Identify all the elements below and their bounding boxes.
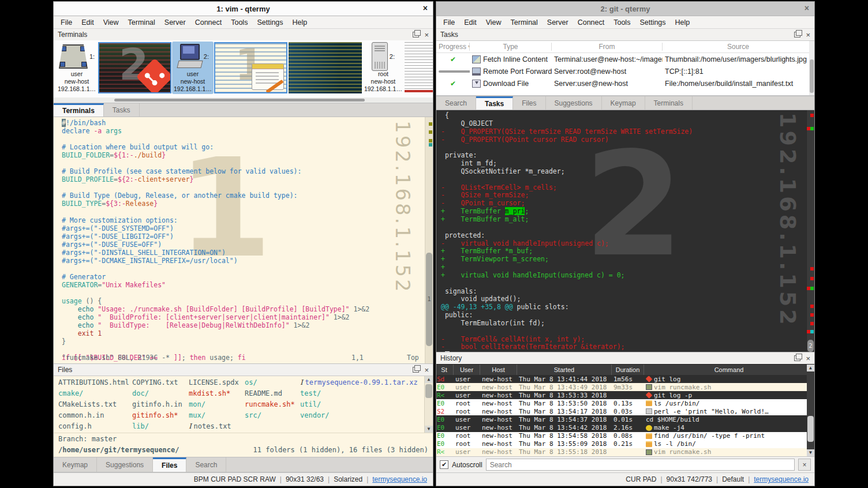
file-item[interactable]: src/ (245, 410, 295, 421)
column-header-st[interactable]: St (436, 365, 454, 375)
column-header-started[interactable]: Started (517, 365, 612, 375)
column-header-command[interactable]: Command (644, 365, 814, 375)
terminal-scrollbar[interactable]: 2 (806, 110, 814, 352)
close-icon[interactable]: × (423, 3, 428, 13)
close-panel-icon[interactable]: × (806, 31, 810, 39)
tab-keymap[interactable]: Keymap (602, 96, 645, 110)
history-row[interactable]: E0usernew-hostThu Mar 8 13:54:37 20180.0… (436, 415, 814, 423)
clear-search-icon[interactable]: × (798, 459, 811, 471)
tab-search[interactable]: Search (186, 457, 226, 472)
file-item[interactable]: gitinfo.h.in (132, 399, 182, 410)
editor-scrollbar[interactable]: 1 (425, 117, 433, 363)
menu-edit[interactable]: Edit (459, 17, 481, 28)
server-item-root[interactable]: 2:rootnew-host192.168.1.1… (362, 42, 404, 94)
scrollbar-annotation-mark[interactable] (810, 267, 814, 271)
file-item[interactable]: doc/ (132, 388, 182, 399)
column-header-host[interactable]: Host (480, 365, 517, 375)
terminal-thumbnail-white[interactable] (405, 42, 433, 93)
tasks-scrollbar[interactable] (809, 41, 814, 95)
scrollbar-thumb[interactable]: 1 (426, 253, 432, 346)
tab-tasks[interactable]: Tasks (104, 103, 140, 117)
file-item[interactable]: os/ (245, 377, 295, 388)
float-panel-icon[interactable] (794, 32, 800, 37)
task-row[interactable]: Remote Port ForwardingServer:root@new-ho… (436, 65, 814, 77)
tab-terminals[interactable]: Terminals (645, 96, 693, 110)
scrollbar-annotation-mark[interactable] (429, 122, 432, 126)
menu-view[interactable]: View (481, 17, 506, 28)
history-row[interactable]: R<usernew-hostThu Mar 8 13:53:33 2018git… (436, 391, 814, 399)
tab-tasks[interactable]: Tasks (476, 96, 513, 110)
scrollbar-annotation-mark[interactable] (807, 330, 814, 333)
history-row[interactable]: E0rootnew-hostThu Mar 8 13:54:58 20180.0… (436, 432, 814, 440)
scrollbar-annotation-mark[interactable] (810, 322, 814, 325)
tab-terminals[interactable]: Terminals (54, 103, 104, 117)
menu-edit[interactable]: Edit (77, 17, 99, 28)
scroll-up-icon[interactable]: ▲ (807, 365, 814, 371)
file-item[interactable]: cmake/ (58, 388, 129, 399)
scrollbar-annotation-mark[interactable] (807, 127, 814, 130)
history-row[interactable]: E0rootnew-hostThu Mar 8 13:53:50 20180.1… (436, 399, 814, 407)
scrollbar-annotation-mark[interactable] (429, 143, 432, 147)
file-item[interactable]: util/ (300, 399, 418, 410)
title-bar[interactable]: 1: vim - qtermy × (54, 2, 433, 16)
file-item[interactable]: runcmake.sh* (245, 399, 295, 410)
scrollbar-annotation-mark[interactable] (810, 305, 814, 308)
menu-help[interactable]: Help (671, 17, 695, 28)
tab-files[interactable]: Files (513, 96, 545, 110)
column-header-progress[interactable]: Progress ▾ (436, 43, 470, 51)
file-item[interactable]: ATTRIBUTIONS.html (58, 377, 129, 388)
menu-settings[interactable]: Settings (252, 17, 287, 28)
title-bar[interactable]: 2: git - qtermy × (436, 2, 814, 16)
float-panel-icon[interactable] (413, 32, 419, 37)
menu-file[interactable]: File (56, 17, 77, 28)
file-item[interactable]: CMakeLists.txt (58, 399, 129, 410)
file-item[interactable]: COPYING.txt (132, 377, 182, 388)
vim-terminal-pane[interactable]: 1 192.168.1.152 #!/bin/bashdeclare -a ar… (54, 117, 433, 363)
scrollbar-thumb[interactable] (425, 384, 432, 398)
autoscroll-checkbox[interactable]: ✔ (440, 460, 448, 469)
float-panel-icon[interactable] (794, 355, 800, 361)
close-icon[interactable]: × (805, 3, 809, 13)
file-item[interactable]: test/ (300, 388, 418, 399)
terminal-thumbnail-teal[interactable] (289, 42, 362, 93)
history-row[interactable]: E0usernew-hostThu Mar 8 13:54:42 20182.1… (436, 424, 814, 432)
scrollbar-annotation-mark[interactable] (807, 287, 814, 290)
menu-view[interactable]: View (99, 17, 124, 28)
task-row[interactable]: ✔Download FileServer:user@new-hostFile:/… (436, 77, 814, 89)
file-item[interactable]: config.h (58, 421, 129, 432)
file-item[interactable]: gitinfo.sh* (132, 410, 182, 421)
server-item-user[interactable]: 2:usernew-host192.168.1.1… (172, 42, 214, 94)
menu-file[interactable]: File (439, 17, 459, 28)
terminal-thumbnail-gitdark[interactable]: 2 (98, 42, 171, 93)
menu-server[interactable]: Server (542, 17, 573, 28)
scrollbar-annotation-mark[interactable] (429, 139, 432, 142)
file-item[interactable]: mon/ (189, 399, 239, 410)
file-item[interactable]: README.md (245, 388, 295, 399)
column-header-source[interactable]: Source (663, 43, 814, 51)
file-item[interactable]: mkdist.sh* (189, 388, 239, 399)
file-item[interactable]: lib/ (132, 421, 182, 432)
history-row[interactable]: Sdusernew-hostThu Mar 8 13:41:44 20181m5… (436, 375, 814, 383)
scrollbar-thumb[interactable] (807, 416, 814, 442)
search-input[interactable] (486, 459, 795, 471)
termysequence-link[interactable]: termysequence.io (754, 475, 809, 483)
scrollbar-annotation-mark[interactable] (810, 313, 814, 317)
scroll-down-icon[interactable]: ▼ (425, 426, 433, 433)
file-item[interactable]: mux/ (189, 410, 239, 421)
scrollbar-annotation-mark[interactable] (810, 277, 814, 280)
termysequence-link[interactable]: termysequence.io (372, 475, 427, 483)
history-row[interactable]: R<usernew-hostThu Mar 8 13:55:18 2018vim… (436, 448, 814, 456)
file-item[interactable]: I termysequence-0.99.1.tar.xz (300, 377, 418, 388)
close-panel-icon[interactable]: × (424, 366, 429, 374)
scroll-up-icon[interactable]: ▲ (425, 376, 433, 383)
menu-terminal[interactable]: Terminal (124, 17, 160, 28)
close-panel-icon[interactable]: × (424, 31, 429, 39)
menu-server[interactable]: Server (160, 17, 190, 28)
task-row[interactable]: ✔Fetch Inline ContentTerminal:user@new-h… (436, 53, 814, 65)
menu-help[interactable]: Help (288, 17, 312, 28)
close-panel-icon[interactable]: × (806, 355, 810, 362)
scrollbar-annotation-mark[interactable] (810, 114, 814, 117)
column-header-user[interactable]: User (454, 365, 480, 375)
tab-search[interactable]: Search (436, 96, 476, 110)
history-row[interactable]: S2rootnew-hostThu Mar 8 13:54:17 20180.0… (436, 407, 814, 415)
